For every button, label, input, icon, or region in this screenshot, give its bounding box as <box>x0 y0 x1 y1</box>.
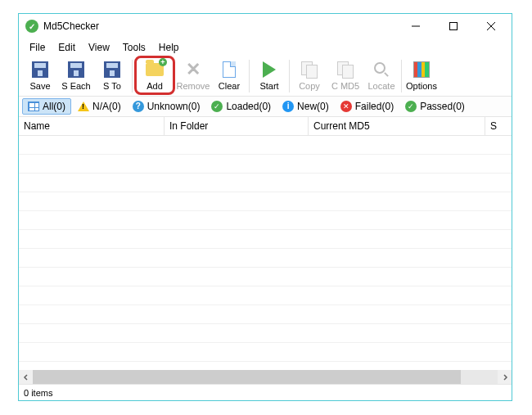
clear-button[interactable]: Clear <box>211 58 247 92</box>
copy-icon <box>336 60 355 79</box>
disk-icon <box>66 60 86 79</box>
column-current-md5[interactable]: Current MD5 <box>309 117 485 135</box>
save-button[interactable]: Save <box>22 58 58 92</box>
scroll-left-arrow[interactable] <box>19 370 33 384</box>
filter-new[interactable]: New(0) <box>277 99 334 114</box>
toolbar: Save S Each S To +Add ✕Remove Clear Star… <box>19 56 512 97</box>
column-in-folder[interactable]: In Folder <box>165 117 309 135</box>
horizontal-scrollbar[interactable] <box>19 370 512 384</box>
maximize-button[interactable] <box>435 14 472 38</box>
filter-bar: All(0) N/A(0) ?Unknown(0) Loaded(0) New(… <box>19 97 512 117</box>
x-icon: ✕ <box>183 60 203 79</box>
check-icon <box>405 101 417 112</box>
svg-rect-1 <box>450 23 458 30</box>
options-button[interactable]: Options <box>404 58 440 92</box>
start-button[interactable]: Start <box>251 58 287 92</box>
menubar: File Edit View Tools Help <box>19 38 512 56</box>
add-button[interactable]: +Add <box>137 58 173 92</box>
file-grid[interactable] <box>19 136 512 370</box>
magnify-icon <box>372 60 391 79</box>
save-to-button[interactable]: S To <box>94 58 130 92</box>
copy-icon <box>300 60 319 79</box>
status-text: 0 items <box>24 388 52 398</box>
window-title: Md5Checker <box>43 20 397 32</box>
document-icon <box>219 60 239 79</box>
save-each-button[interactable]: S Each <box>58 58 94 92</box>
play-icon <box>259 60 279 79</box>
copy-button: Copy <box>291 58 327 92</box>
minimize-button[interactable] <box>397 14 435 38</box>
remove-button: ✕Remove <box>175 58 211 92</box>
status-bar: 0 items <box>19 384 512 400</box>
filter-loaded[interactable]: Loaded(0) <box>206 99 276 114</box>
menu-edit[interactable]: Edit <box>52 40 81 55</box>
scroll-track[interactable] <box>33 370 498 384</box>
scroll-right-arrow[interactable] <box>498 370 512 384</box>
options-icon <box>412 60 431 79</box>
toolbar-separator <box>249 60 250 92</box>
titlebar: Md5Checker <box>19 14 512 38</box>
filter-passed[interactable]: Passed(0) <box>400 99 470 114</box>
check-icon <box>211 101 223 112</box>
folder-plus-icon: + <box>145 60 165 79</box>
grid-icon <box>28 101 39 112</box>
toolbar-separator <box>289 60 290 92</box>
filter-unknown[interactable]: ?Unknown(0) <box>128 99 205 114</box>
menu-tools[interactable]: Tools <box>117 40 151 55</box>
toolbar-separator <box>132 60 133 92</box>
copy-md5-button: C MD5 <box>327 58 363 92</box>
app-icon <box>25 20 38 33</box>
column-s[interactable]: S <box>485 117 512 135</box>
menu-file[interactable]: File <box>24 40 51 55</box>
menu-view[interactable]: View <box>83 40 115 55</box>
add-button-highlight: +Add <box>134 56 175 95</box>
column-headers: Name In Folder Current MD5 S <box>19 117 512 136</box>
grid-empty-rows <box>19 136 512 370</box>
info-icon <box>282 101 294 112</box>
disk-icon <box>30 60 50 79</box>
filter-all[interactable]: All(0) <box>22 98 71 115</box>
column-name[interactable]: Name <box>19 117 165 135</box>
app-window: Md5Checker File Edit View Tools Help Sav… <box>18 13 512 401</box>
question-icon: ? <box>133 101 144 112</box>
close-button[interactable] <box>472 14 510 38</box>
warning-icon <box>78 101 89 112</box>
filter-failed[interactable]: Failed(0) <box>336 99 399 114</box>
filter-na[interactable]: N/A(0) <box>73 99 126 114</box>
toolbar-separator <box>401 60 402 92</box>
fail-icon <box>340 101 352 112</box>
scroll-thumb[interactable] <box>33 370 461 384</box>
menu-help[interactable]: Help <box>153 40 185 55</box>
locate-button: Locate <box>363 58 399 92</box>
disk-icon <box>102 60 122 79</box>
